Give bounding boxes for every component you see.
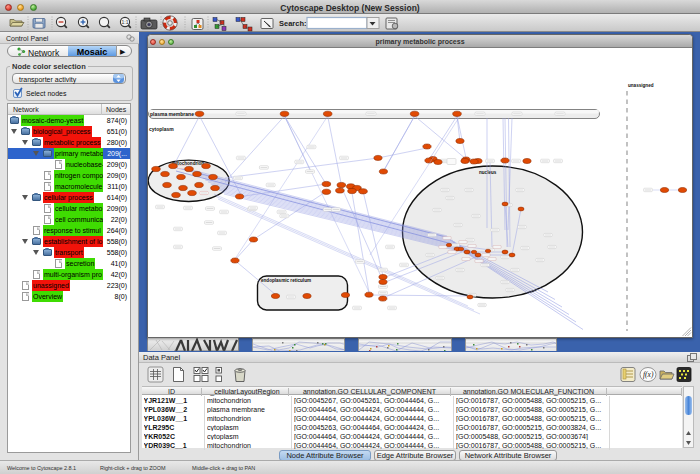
svg-text:plasma membrane: plasma membrane <box>150 111 194 117</box>
svg-text:1:1: 1:1 <box>122 19 129 25</box>
svg-text:f(x): f(x) <box>643 370 654 379</box>
svg-text:unassigned: unassigned <box>628 83 654 88</box>
svg-text:nucleus: nucleus <box>479 170 497 175</box>
svg-text:Search:: Search: <box>279 19 307 28</box>
svg-text:cytoplasm: cytoplasm <box>149 126 174 132</box>
svg-text:endoplasmic reticulum: endoplasmic reticulum <box>261 278 311 283</box>
